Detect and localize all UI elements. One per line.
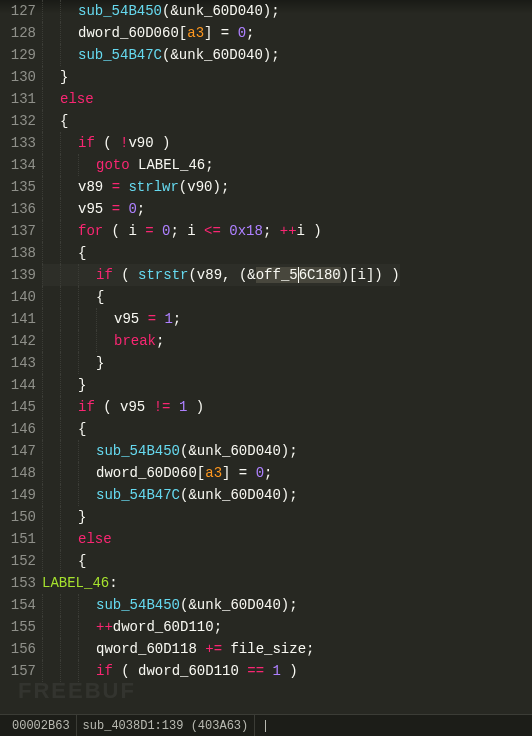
token: strlwr	[128, 179, 178, 195]
code-line[interactable]: {	[42, 242, 400, 264]
code-line[interactable]: break;	[42, 330, 400, 352]
indent-guide	[60, 660, 78, 682]
token: )	[281, 663, 298, 679]
token	[196, 223, 204, 239]
line-number: 151	[0, 528, 36, 550]
indent-guide	[78, 264, 96, 286]
indent-guide	[60, 550, 78, 572]
line-number: 146	[0, 418, 36, 440]
token: );	[281, 487, 298, 503]
code-line[interactable]: if ( dword_60D110 == 1 )	[42, 660, 400, 682]
code-line[interactable]: {	[42, 418, 400, 440]
token: LABEL_46	[138, 157, 205, 173]
line-number: 153	[0, 572, 36, 594]
line-number: 152	[0, 550, 36, 572]
indent-guide	[42, 286, 60, 308]
token: (&	[180, 597, 197, 613]
token: i	[128, 223, 136, 239]
indent-guide	[60, 198, 78, 220]
indent-guide	[60, 308, 78, 330]
status-bar: 00002B63 sub_4038D1:139 (403A63)	[0, 714, 532, 736]
code-line[interactable]: if ( !v90 )	[42, 132, 400, 154]
token: ]) )	[366, 267, 400, 283]
token: ;	[170, 223, 187, 239]
code-line[interactable]: {	[42, 110, 400, 132]
line-number: 142	[0, 330, 36, 352]
indent-guide	[60, 484, 78, 506]
token: sub_54B450	[96, 443, 180, 459]
code-line[interactable]: }	[42, 352, 400, 374]
code-line[interactable]: {	[42, 286, 400, 308]
token: file_size	[230, 641, 306, 657]
indent-guide	[42, 198, 60, 220]
token: ;	[214, 619, 222, 635]
token: if	[78, 399, 95, 415]
token: =	[148, 311, 156, 327]
code-line[interactable]: if ( strstr(v89, (&off_56C180)[i]) )	[42, 264, 400, 286]
code-line[interactable]: dword_60D060[a3] = 0;	[42, 462, 400, 484]
token: }	[78, 509, 86, 525]
line-number: 133	[0, 132, 36, 154]
code-line[interactable]: }	[42, 506, 400, 528]
code-line[interactable]: v95 = 0;	[42, 198, 400, 220]
code-line[interactable]: v89 = strlwr(v90);	[42, 176, 400, 198]
token: =	[112, 179, 120, 195]
line-number: 148	[0, 462, 36, 484]
token: ;	[156, 333, 164, 349]
code-line[interactable]: sub_54B47C(&unk_60D040);	[42, 44, 400, 66]
token: unk_60D040	[179, 3, 263, 19]
token: )	[305, 223, 322, 239]
code-line[interactable]: sub_54B450(&unk_60D040);	[42, 0, 400, 22]
token: dword_60D060	[78, 25, 179, 41]
token: i	[187, 223, 195, 239]
code-line[interactable]: LABEL_46:	[42, 572, 400, 594]
code-line[interactable]: v95 = 1;	[42, 308, 400, 330]
code-line[interactable]: dword_60D060[a3] = 0;	[42, 22, 400, 44]
code-line[interactable]: }	[42, 66, 400, 88]
token	[139, 311, 147, 327]
code-line[interactable]: ++dword_60D110;	[42, 616, 400, 638]
token: qword_60D118	[96, 641, 197, 657]
token: sub_54B450	[78, 3, 162, 19]
indent-guide	[42, 264, 60, 286]
indent-guide	[42, 154, 60, 176]
indent-guide	[42, 396, 60, 418]
token: (	[103, 223, 128, 239]
indent-guide	[60, 264, 78, 286]
code-area[interactable]: sub_54B450(&unk_60D040);dword_60D060[a3]…	[40, 0, 400, 682]
token: 1	[272, 663, 280, 679]
indent-guide	[42, 0, 60, 22]
code-editor[interactable]: 1271281291301311321331341351361371381391…	[0, 0, 532, 706]
line-number: 155	[0, 616, 36, 638]
indent-guide	[42, 176, 60, 198]
token: =	[112, 201, 120, 217]
code-line[interactable]: }	[42, 374, 400, 396]
line-number: 135	[0, 176, 36, 198]
token: (	[179, 179, 187, 195]
code-line[interactable]: sub_54B47C(&unk_60D040);	[42, 484, 400, 506]
code-line[interactable]: if ( v95 != 1 )	[42, 396, 400, 418]
token: if	[96, 267, 113, 283]
code-line[interactable]: else	[42, 88, 400, 110]
token: 0x18	[229, 223, 263, 239]
code-line[interactable]: sub_54B450(&unk_60D040);	[42, 594, 400, 616]
code-line[interactable]: else	[42, 528, 400, 550]
token: a3	[205, 465, 222, 481]
indent-guide	[78, 638, 96, 660]
indent-guide	[42, 550, 60, 572]
line-number: 131	[0, 88, 36, 110]
indent-guide	[78, 286, 96, 308]
token: ;	[205, 157, 213, 173]
token: break	[114, 333, 156, 349]
code-line[interactable]: for ( i = 0; i <= 0x18; ++i )	[42, 220, 400, 242]
token: v95	[114, 311, 139, 327]
indent-guide	[42, 242, 60, 264]
code-line[interactable]: qword_60D118 += file_size;	[42, 638, 400, 660]
code-line[interactable]: goto LABEL_46;	[42, 154, 400, 176]
token: :	[109, 575, 117, 591]
token: (	[188, 267, 196, 283]
code-line[interactable]: {	[42, 550, 400, 572]
indent-guide	[42, 308, 60, 330]
code-line[interactable]: sub_54B450(&unk_60D040);	[42, 440, 400, 462]
token: <=	[204, 223, 221, 239]
